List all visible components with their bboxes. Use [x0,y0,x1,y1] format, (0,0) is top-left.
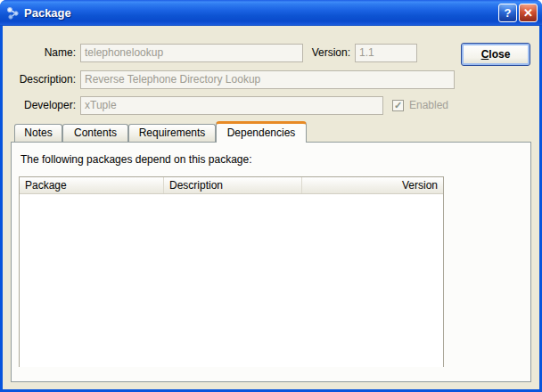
window-title: Package [24,6,71,20]
help-button[interactable]: ? [498,4,517,22]
question-icon: ? [505,6,512,20]
tab-contents[interactable]: Contents [62,124,128,142]
column-header-version[interactable]: Version [302,177,443,193]
dependencies-tab-panel: The following packages depend on this pa… [11,142,531,382]
package-window: Package ? ✕ Name: telephonelookup Versio… [0,0,542,392]
enabled-label: Enabled [409,97,448,114]
developer-label: Developer: [3,96,76,115]
enabled-checkbox: ✓ [392,100,404,111]
column-header-description[interactable]: Description [164,177,302,193]
description-label: Description: [3,70,76,89]
close-icon: ✕ [523,6,533,20]
version-label: Version: [297,44,350,62]
table-header: Package Description Version [20,177,443,194]
close-window-button[interactable]: ✕ [519,4,538,22]
close-button[interactable]: Close [461,43,530,66]
check-icon: ✓ [394,101,402,110]
package-icon [6,6,21,20]
dependencies-table[interactable]: Package Description Version [19,176,444,367]
description-field: Reverse Telephone Directory Lookup [80,70,455,89]
table-body [20,194,443,367]
tab-notes[interactable]: Notes [14,124,62,142]
tab-requirements[interactable]: Requirements [128,124,216,142]
developer-field: xTuple [80,96,383,115]
name-label: Name: [3,44,76,62]
version-field: 1.1 [355,44,417,62]
dialog-body: Name: telephonelookup Version: 1.1 Close… [3,26,539,389]
dependencies-caption: The following packages depend on this pa… [21,153,252,166]
titlebar[interactable]: Package ? ✕ [0,0,542,26]
tab-dependencies[interactable]: Dependencies [216,121,307,143]
column-header-package[interactable]: Package [20,177,164,193]
name-field: telephonelookup [80,44,303,62]
